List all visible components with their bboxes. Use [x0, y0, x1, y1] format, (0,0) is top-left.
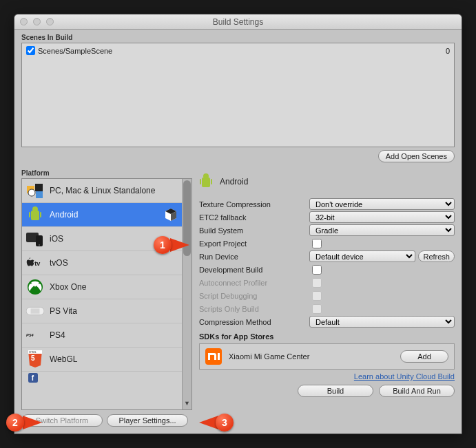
- callout-1: 1: [154, 236, 172, 254]
- build-settings-window: Build Settings Scenes In Build Scenes/Sa…: [14, 14, 462, 434]
- platform-label: PS Vita: [50, 306, 77, 316]
- svg-rect-17: [31, 308, 40, 313]
- row-autoconnect-profiler: Autoconnect Profiler: [199, 276, 455, 289]
- platform-label: PS4: [50, 330, 65, 340]
- row-scripts-only: Scripts Only Build: [199, 302, 455, 315]
- platform-label: tvOS: [50, 258, 68, 268]
- add-open-scenes-button[interactable]: Add Open Scenes: [378, 150, 455, 162]
- platform-scrollbar[interactable]: ▼: [182, 179, 192, 409]
- platform-label: Xbox One: [50, 282, 86, 292]
- scroll-down-icon[interactable]: ▼: [183, 400, 192, 409]
- row-script-debugging: Script Debugging: [199, 289, 455, 302]
- sdk-section-title: SDKs for App Stores: [199, 332, 455, 341]
- selected-platform-label: Android: [220, 177, 248, 186]
- autoconnect-profiler-checkbox: [312, 278, 322, 288]
- svg-point-26: [203, 173, 209, 179]
- svg-point-2: [28, 189, 35, 196]
- row-export-project: Export Project: [199, 237, 455, 250]
- selected-platform-header: Android: [199, 169, 455, 193]
- sdk-add-button[interactable]: Add: [400, 350, 448, 363]
- xbox-icon: [26, 278, 44, 296]
- platform-item-ps4[interactable]: PS4 PS4: [22, 323, 182, 348]
- svg-rect-28: [211, 179, 212, 184]
- learn-cloud-build-link[interactable]: Learn about Unity Cloud Build: [354, 372, 455, 381]
- row-run-device: Run Device Default device Refresh: [199, 250, 455, 263]
- development-build-checkbox[interactable]: [312, 265, 322, 275]
- platform-item-more[interactable]: f: [22, 372, 182, 384]
- ps4-icon: PS4: [26, 326, 44, 344]
- window-title: Build Settings: [14, 17, 462, 27]
- platform-item-tvos[interactable]: tv tvOS: [22, 251, 182, 275]
- build-button[interactable]: Build: [298, 385, 373, 397]
- scenes-list[interactable]: Scenes/SampleScene 0: [21, 43, 455, 147]
- row-compression-method: Compression Method Default: [199, 315, 455, 328]
- player-settings-button[interactable]: Player Settings...: [107, 414, 188, 427]
- minimize-icon[interactable]: [33, 18, 41, 25]
- platform-label: PC, Mac & Linux Standalone: [50, 186, 155, 195]
- ios-icon: [26, 230, 44, 248]
- android-icon: [26, 206, 44, 224]
- platform-label: iOS: [50, 234, 63, 244]
- platform-label: Android: [50, 210, 78, 220]
- standalone-icon: [26, 182, 44, 200]
- sdk-item: Xiaomi Mi Game Center Add: [199, 343, 455, 370]
- compression-method-select[interactable]: Default: [309, 316, 455, 328]
- svg-rect-3: [36, 191, 43, 198]
- platform-item-psvita[interactable]: PS Vita: [22, 299, 182, 323]
- platform-label: WebGL: [50, 354, 77, 364]
- export-project-checkbox[interactable]: [312, 239, 322, 248]
- script-debugging-checkbox: [312, 291, 322, 301]
- callout-2-tail: [23, 416, 42, 429]
- platform-item-standalone[interactable]: PC, Mac & Linux Standalone: [22, 179, 182, 203]
- callout-2: 2: [6, 414, 24, 431]
- webgl-icon: 5HTML: [26, 350, 44, 368]
- svg-rect-4: [31, 211, 39, 220]
- run-device-select[interactable]: Default device: [309, 250, 415, 262]
- build-and-run-button[interactable]: Build And Run: [379, 385, 455, 397]
- callout-1-tail: [170, 238, 189, 252]
- android-icon: [199, 173, 213, 190]
- svg-rect-25: [202, 178, 210, 187]
- zoom-icon[interactable]: [46, 18, 54, 25]
- svg-rect-6: [29, 212, 30, 217]
- psvita-icon: [26, 302, 44, 320]
- titlebar[interactable]: Build Settings: [14, 14, 462, 30]
- scene-name: Scenes/SampleScene: [38, 47, 112, 55]
- sdk-item-label: Xiaomi Mi Game Center: [229, 352, 309, 361]
- close-icon[interactable]: [20, 18, 28, 25]
- scenes-heading: Scenes In Build: [21, 34, 455, 41]
- row-build-system: Build System Gradle: [199, 224, 455, 237]
- platform-list: PC, Mac & Linux Standalone Android: [21, 178, 192, 410]
- traffic-lights: [14, 18, 54, 25]
- facebook-icon: f: [26, 373, 40, 383]
- row-etc2: ETC2 fallback 32-bit: [199, 211, 455, 224]
- callout-3: 3: [216, 414, 234, 431]
- row-development-build: Development Build: [199, 263, 455, 276]
- svg-rect-7: [40, 212, 41, 217]
- tvos-icon: tv: [26, 254, 44, 272]
- scene-checkbox[interactable]: [26, 46, 35, 55]
- svg-text:PS4: PS4: [26, 333, 34, 337]
- row-texture-compression: Texture Compression Don't override: [199, 198, 455, 211]
- etc2-fallback-select[interactable]: 32-bit: [309, 211, 455, 223]
- svg-text:5: 5: [31, 354, 35, 362]
- svg-rect-27: [200, 179, 201, 184]
- platform-heading: Platform: [21, 169, 192, 177]
- texture-compression-select[interactable]: Don't override: [309, 198, 455, 210]
- svg-text:tv: tv: [34, 260, 41, 267]
- platform-item-xboxone[interactable]: Xbox One: [22, 275, 182, 299]
- svg-point-5: [32, 206, 38, 212]
- learn-link-row: Learn about Unity Cloud Build: [199, 372, 455, 381]
- platform-item-webgl[interactable]: 5HTML WebGL: [22, 348, 182, 372]
- svg-point-13: [39, 244, 40, 246]
- scene-row[interactable]: Scenes/SampleScene 0: [26, 46, 450, 55]
- svg-rect-1: [35, 184, 43, 191]
- svg-text:HTML: HTML: [29, 350, 37, 354]
- scene-index: 0: [446, 47, 450, 55]
- unity-logo-icon: [164, 208, 178, 222]
- refresh-button[interactable]: Refresh: [418, 250, 455, 262]
- build-system-select[interactable]: Gradle: [309, 224, 455, 236]
- xiaomi-icon: [205, 348, 222, 365]
- platform-item-android[interactable]: Android: [22, 203, 182, 227]
- scripts-only-checkbox: [312, 304, 322, 314]
